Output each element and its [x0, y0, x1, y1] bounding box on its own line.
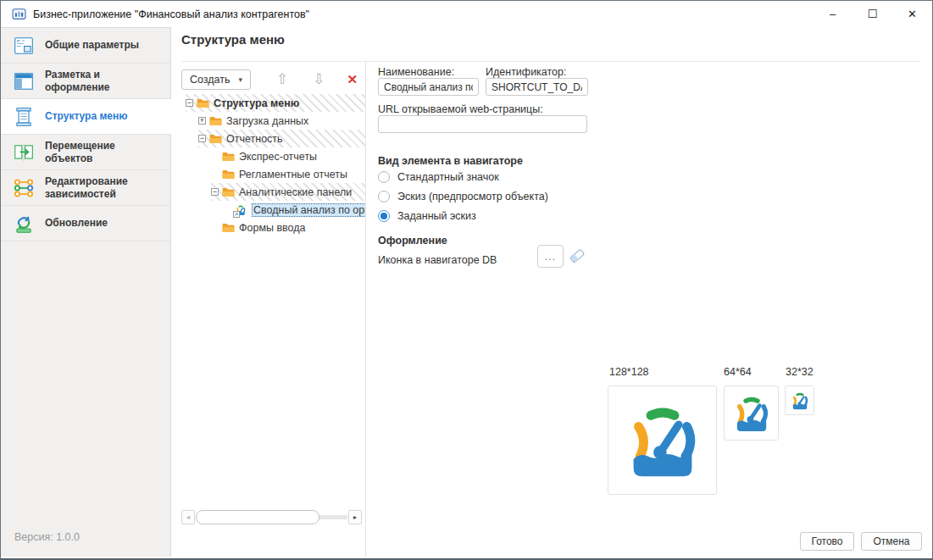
- tree-horizontal-scrollbar: ◂ ▸: [181, 510, 362, 524]
- delete-icon[interactable]: ✕: [347, 69, 358, 90]
- scrollbar-thumb[interactable]: [196, 510, 319, 524]
- tree-item-label: Отчетность: [226, 133, 283, 145]
- layout-icon: [12, 69, 35, 92]
- scrollbar-track[interactable]: [196, 510, 347, 524]
- chevron-down-icon: ▾: [239, 75, 243, 84]
- tree-item-label: Формы ввода: [239, 222, 306, 234]
- dashboard-gauge-icon: [620, 398, 705, 483]
- folder-icon: [222, 169, 236, 180]
- move-objects-icon: [12, 141, 35, 164]
- tree-expander-icon[interactable]: +: [198, 117, 206, 125]
- scroll-right-icon[interactable]: ▸: [348, 510, 362, 524]
- dashboard-shortcut-icon: [235, 204, 248, 216]
- radio-icon[interactable]: [378, 210, 390, 222]
- view-radio-option[interactable]: Заданный эскиз: [378, 209, 548, 222]
- sidebar-item-label: Обновление: [45, 217, 113, 230]
- create-button-label: Создать: [190, 74, 230, 86]
- form-window-icon: [12, 34, 35, 57]
- navigator-icon-value: DB: [482, 254, 497, 266]
- sidebar-item-label: Перемещение объектов: [45, 140, 170, 165]
- view-radio-option[interactable]: Эскиз (предпросмотр объекта): [378, 190, 548, 202]
- folder-icon: [222, 151, 236, 163]
- dashboard-gauge-icon: [790, 391, 810, 411]
- radio-option-label: Заданный эскиз: [397, 210, 476, 222]
- url-input[interactable]: [378, 115, 587, 133]
- folder-icon: [222, 222, 236, 234]
- scroll-left-icon[interactable]: ◂: [181, 510, 195, 524]
- sidebar-item-label: Структура меню: [45, 110, 132, 123]
- folder-icon: [197, 97, 210, 109]
- sidebar-filler: [1, 241, 171, 557]
- url-field-label: URL открываемой web-страницы:: [378, 103, 543, 115]
- tree-row[interactable]: + Загрузка данных: [198, 112, 365, 130]
- tree-row[interactable]: − Аналитические панели: [211, 183, 365, 201]
- create-button[interactable]: Создать ▾: [181, 69, 251, 90]
- window-title: Бизнес-приложение "Финансовый анализ кон…: [33, 8, 309, 20]
- view-radio-option[interactable]: Стандартный значок: [378, 170, 548, 183]
- tree-expander-icon[interactable]: −: [198, 135, 206, 142]
- appearance-section-label: Оформление: [378, 235, 447, 247]
- sidebar-item[interactable]: Структура меню: [1, 99, 171, 135]
- identifier-field-label: Идентификатор:: [486, 66, 567, 78]
- app-logo-icon: [12, 7, 26, 21]
- sidebar-item[interactable]: Обновление: [1, 206, 171, 241]
- folder-icon: [222, 186, 236, 198]
- close-icon[interactable]: ✕: [892, 1, 932, 27]
- tree-item-label: Аналитические панели: [239, 186, 352, 198]
- name-input[interactable]: [378, 78, 479, 96]
- sidebar-item[interactable]: Разметка и оформление: [1, 64, 171, 99]
- refresh-icon: [12, 212, 35, 235]
- sidebar-nav: Общие параметры Разметка и оформление Ст…: [1, 28, 171, 241]
- tree-toolbar: Создать ▾ ⇧ ⇩ ✕: [181, 69, 358, 90]
- radio-icon[interactable]: [378, 191, 390, 202]
- sidebar-item[interactable]: Редактирование зависимостей: [1, 170, 171, 206]
- tree-item-label: Структура меню: [214, 97, 300, 109]
- dashboard-gauge-icon: [730, 392, 773, 435]
- tree-row[interactable]: Экспрес-отчеты: [211, 147, 365, 165]
- tree-row[interactable]: − Отчетность: [198, 130, 365, 147]
- name-field-label: Наименование:: [378, 66, 454, 78]
- sidebar-item-label: Разметка и оформление: [45, 69, 170, 94]
- eraser-icon[interactable]: [568, 247, 586, 265]
- tree-expander-icon[interactable]: −: [186, 99, 193, 107]
- titlebar: Бизнес-приложение "Финансовый анализ кон…: [1, 1, 932, 27]
- tree-panel-divider: [365, 62, 366, 557]
- version-label: Версия: 1.0.0: [14, 531, 80, 543]
- sidebar-item[interactable]: Общие параметры: [1, 28, 171, 64]
- tree-row[interactable]: − Структура меню: [186, 94, 365, 112]
- tree-item-label: Загрузка данных: [226, 115, 308, 127]
- tree-row[interactable]: Формы ввода: [211, 219, 365, 236]
- tree-row[interactable]: Регламентные отчеты: [211, 165, 365, 183]
- view-radio-group: Стандартный значок Эскиз (предпросмотр о…: [378, 170, 548, 229]
- radio-option-label: Стандартный значок: [397, 171, 499, 183]
- sidebar: Общие параметры Разметка и оформление Ст…: [1, 27, 171, 557]
- navigator-icon-label: Иконка в навигаторе: [378, 254, 480, 266]
- tree-item-label: Сводный анализ по организа: [252, 203, 365, 217]
- menu-structure-icon: [12, 105, 35, 128]
- preview-32-image: [785, 385, 814, 415]
- tree-item-label: Регламентные отчеты: [239, 169, 347, 180]
- identifier-input[interactable]: [486, 78, 588, 96]
- move-up-icon[interactable]: ⇧: [276, 69, 288, 90]
- tree-row[interactable]: Сводный анализ по организа: [224, 201, 365, 219]
- folder-icon: [209, 133, 223, 145]
- browse-button[interactable]: ...: [537, 245, 564, 268]
- radio-option-label: Эскиз (предпросмотр объекта): [397, 191, 548, 202]
- minimize-icon[interactable]: –: [813, 1, 852, 27]
- preview-64-label: 64*64: [724, 366, 752, 378]
- shortcut-arrow-icon: [233, 211, 240, 218]
- preview-128-image: [608, 385, 717, 495]
- sidebar-item[interactable]: Перемещение объектов: [1, 135, 171, 170]
- cancel-button[interactable]: Отмена: [861, 532, 922, 551]
- app-window: Бизнес-приложение "Финансовый анализ кон…: [0, 0, 933, 560]
- done-button[interactable]: Готово: [800, 532, 854, 551]
- main-panel: Структура меню Создать ▾ ⇧ ⇩ ✕ − Структу…: [171, 27, 932, 557]
- dependencies-icon: [12, 176, 35, 199]
- move-down-icon[interactable]: ⇩: [313, 69, 325, 90]
- view-group-label: Вид элемента в навигаторе: [378, 155, 523, 167]
- page-title: Структура меню: [181, 32, 285, 47]
- preview-32-label: 32*32: [786, 366, 814, 378]
- tree-expander-icon[interactable]: −: [211, 188, 219, 196]
- radio-icon[interactable]: [378, 171, 390, 183]
- maximize-icon[interactable]: ☐: [852, 1, 892, 27]
